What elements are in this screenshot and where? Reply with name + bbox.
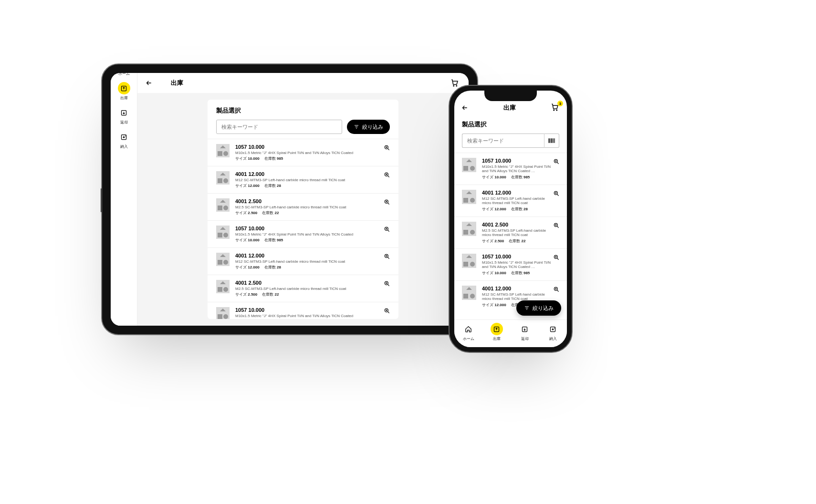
nav-item-label: 納入 [549, 336, 557, 341]
list-item[interactable]: 1057 10.000 M10x1.5 Metric "J" 4HX Spira… [454, 153, 567, 185]
zoom-icon[interactable] [553, 254, 560, 261]
item-meta: サイズ 2.500 在庫数 22 [235, 292, 390, 297]
search-row [462, 134, 559, 148]
item-meta: サイズ 12.000 在庫数 28 [482, 206, 559, 212]
inbound-icon [118, 131, 130, 143]
cart-badge: 3 [557, 101, 563, 106]
product-thumb [462, 222, 476, 236]
inbound-icon [547, 323, 559, 335]
barcode-scan-button[interactable] [544, 134, 559, 148]
product-thumb [216, 307, 230, 319]
sidebar-item-label: ホーム [118, 73, 130, 76]
item-meta: サイズ 10.000 在庫数 985 [482, 175, 559, 180]
filter-button[interactable]: 絞り込み [516, 300, 561, 316]
tablet-screen: ホーム 出庫 返却 納 [111, 73, 469, 326]
item-info: 4001 12.000 M12 SC-MTM3-SP Left-hand car… [235, 171, 390, 188]
filter-label: 絞り込み [362, 123, 383, 131]
search-input[interactable] [462, 134, 544, 148]
item-meta: サイズ 10.000 在庫数 985 [235, 156, 390, 161]
filter-icon [524, 305, 530, 311]
back-button[interactable] [145, 79, 153, 87]
item-meta: サイズ 2.500 在庫数 22 [482, 238, 559, 244]
item-name: 1057 10.000 [235, 307, 390, 313]
zoom-icon[interactable] [553, 286, 560, 293]
list-item[interactable]: 4001 12.000 M12 SC-MTM3-SP Left-hand car… [454, 185, 567, 216]
sidebar-item-outbound[interactable]: 出庫 [118, 82, 130, 101]
list-item[interactable]: 4001 2.500 M2.5 SC-MTM3-SP Left-hand car… [208, 275, 398, 302]
zoom-icon[interactable] [553, 190, 560, 197]
item-info: 4001 2.500 M2.5 SC-MTM3-SP Left-hand car… [235, 198, 390, 216]
list-item[interactable]: 4001 12.000 M12 SC-MTM3-SP Left-hand car… [208, 166, 398, 193]
item-description: M10x1.5 Metric "J" 4HX Spiral Point Ti/N… [235, 151, 390, 155]
zoom-icon[interactable] [383, 280, 391, 288]
svg-point-3 [453, 85, 454, 86]
return-icon [519, 323, 531, 335]
list-item[interactable]: 4001 2.500 M2.5 SC-MTM3-SP Left-hand car… [454, 216, 567, 248]
item-description: M10x1.5 Metric "J" 4HX Spiral Point Ti/N… [482, 165, 554, 173]
product-thumb [462, 254, 476, 268]
product-thumb [462, 190, 476, 204]
filter-icon [354, 124, 359, 130]
zoom-icon[interactable] [383, 253, 391, 260]
nav-item-inbound[interactable]: 納入 [539, 323, 567, 341]
item-name: 4001 12.000 [235, 253, 390, 258]
item-info: 4001 2.500 M2.5 SC-MTM3-SP Left-hand car… [235, 280, 390, 297]
item-meta: サイズ 2.500 在庫数 22 [235, 210, 390, 216]
svg-point-12 [554, 110, 554, 111]
cart-button[interactable]: 3 [551, 103, 560, 113]
nav-item-label: 出庫 [493, 336, 501, 341]
zoom-icon[interactable] [383, 171, 391, 179]
item-meta: サイズ 10.000 在庫数 985 [482, 270, 559, 276]
sidebar-item-label: 返却 [120, 120, 128, 125]
cart-button[interactable] [450, 78, 460, 88]
phone-screen: 出庫 3 製品選択 1057 10.000 M10x1.5 Metric "J"… [454, 91, 567, 347]
item-name: 4001 2.500 [482, 222, 559, 227]
list-item[interactable]: 1057 10.000 M10x1.5 Metric "J" 4HX Spira… [208, 302, 398, 319]
page-title: 出庫 [473, 103, 546, 112]
list-item[interactable]: 4001 12.000 M12 SC-MTM3-SP Left-hand car… [208, 247, 398, 275]
item-description: M10x1.5 Metric "J" 4HX Spiral Point Ti/N… [235, 232, 390, 237]
item-name: 4001 12.000 [482, 286, 559, 291]
search-row: 絞り込み [208, 120, 398, 139]
item-name: 4001 2.500 [235, 198, 390, 204]
product-thumb [462, 158, 476, 172]
zoom-icon[interactable] [553, 158, 560, 165]
zoom-icon[interactable] [383, 226, 391, 233]
item-description: M2.5 SC-MTM3-SP Left-hand carbide micro … [235, 287, 390, 291]
nav-item-outbound[interactable]: 出庫 [482, 323, 511, 341]
svg-point-13 [556, 110, 557, 111]
list-item[interactable]: 1057 10.000 M10x1.5 Metric "J" 4HX Spira… [208, 139, 398, 166]
zoom-icon[interactable] [383, 198, 391, 206]
sidebar-item-inbound[interactable]: 納入 [118, 131, 130, 149]
item-info: 1057 10.000 M10x1.5 Metric "J" 4HX Spira… [482, 158, 559, 180]
nav-item-return[interactable]: 返却 [511, 323, 539, 341]
search-input[interactable] [216, 120, 342, 134]
list-item[interactable]: 1057 10.000 M10x1.5 Metric "J" 4HX Spira… [208, 220, 398, 247]
item-meta: サイズ 12.000 在庫数 28 [235, 183, 390, 188]
item-info: 1057 10.000 M10x1.5 Metric "J" 4HX Spira… [235, 144, 390, 161]
item-description: M12 SC-MTM3-SP Left-hand carbide micro t… [482, 196, 554, 205]
item-description: M12 SC-MTM3-SP Left-hand carbide micro t… [235, 259, 390, 264]
product-thumb [216, 198, 230, 212]
nav-item-home[interactable]: ホーム [454, 323, 482, 341]
product-thumb [216, 253, 230, 266]
sidebar-item-home[interactable]: ホーム [118, 73, 130, 76]
item-name: 1057 10.000 [482, 158, 559, 164]
zoom-icon[interactable] [383, 307, 391, 315]
filter-button[interactable]: 絞り込み [347, 120, 390, 134]
list-item[interactable]: 4001 2.500 M2.5 SC-MTM3-SP Left-hand car… [208, 193, 398, 220]
sidebar-item-return[interactable]: 返却 [118, 106, 130, 125]
item-info: 1057 10.000 M10x1.5 Metric "J" 4HX Spira… [235, 307, 390, 319]
back-button[interactable] [461, 104, 469, 112]
phone-device-frame: 出庫 3 製品選択 1057 10.000 M10x1.5 Metric "J"… [449, 85, 573, 353]
zoom-icon[interactable] [553, 222, 560, 229]
product-list: 1057 10.000 M10x1.5 Metric "J" 4HX Spira… [454, 153, 567, 319]
tablet-sidebar: ホーム 出庫 返却 納 [111, 73, 137, 326]
phone-notch [484, 91, 537, 101]
item-name: 1057 10.000 [235, 144, 390, 150]
sidebar-item-label: 出庫 [120, 95, 128, 101]
list-item[interactable]: 1057 10.000 M10x1.5 Metric "J" 4HX Spira… [454, 248, 567, 280]
zoom-icon[interactable] [383, 144, 391, 152]
item-info: 4001 2.500 M2.5 SC-MTM3-SP Left-hand car… [482, 222, 559, 244]
barcode-icon [548, 137, 555, 144]
